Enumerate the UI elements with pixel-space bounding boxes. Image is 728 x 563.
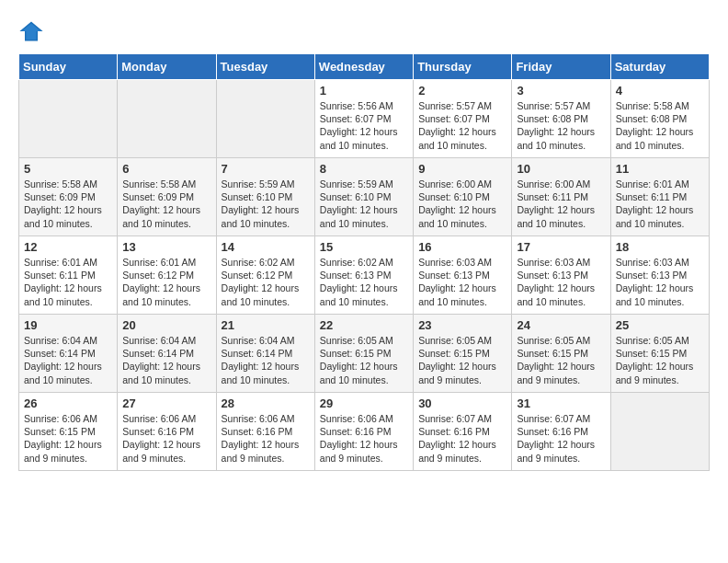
calendar-day-cell: 25Sunrise: 6:05 AM Sunset: 6:15 PM Dayli… [610,315,709,393]
day-number: 16 [418,240,506,254]
day-of-week-header: Friday [512,54,610,80]
day-info: Sunrise: 6:01 AM Sunset: 6:12 PM Dayligh… [122,256,210,308]
day-info: Sunrise: 6:03 AM Sunset: 6:13 PM Dayligh… [616,256,704,308]
day-number: 12 [24,240,112,254]
calendar-day-cell: 3Sunrise: 5:57 AM Sunset: 6:08 PM Daylig… [512,80,610,158]
calendar-week-row: 1Sunrise: 5:56 AM Sunset: 6:07 PM Daylig… [19,80,710,158]
calendar-day-cell: 18Sunrise: 6:03 AM Sunset: 6:13 PM Dayli… [610,236,709,315]
day-number: 30 [418,396,506,410]
calendar-day-cell: 22Sunrise: 6:05 AM Sunset: 6:15 PM Dayli… [314,315,413,393]
day-number: 23 [418,318,506,332]
calendar-day-cell: 17Sunrise: 6:03 AM Sunset: 6:13 PM Dayli… [512,236,610,315]
day-info: Sunrise: 6:05 AM Sunset: 6:15 PM Dayligh… [418,334,506,386]
day-of-week-header: Tuesday [216,54,314,80]
day-number: 27 [122,396,210,410]
calendar-day-cell: 16Sunrise: 6:03 AM Sunset: 6:13 PM Dayli… [414,236,512,315]
day-number: 22 [320,318,408,332]
day-number: 5 [24,162,112,176]
day-info: Sunrise: 6:06 AM Sunset: 6:16 PM Dayligh… [222,412,310,465]
page-header [18,18,710,44]
day-info: Sunrise: 5:57 AM Sunset: 6:08 PM Dayligh… [517,99,605,152]
calendar-day-cell: 1Sunrise: 5:56 AM Sunset: 6:07 PM Daylig… [314,80,413,158]
calendar-day-cell: 24Sunrise: 6:05 AM Sunset: 6:15 PM Dayli… [512,315,610,393]
calendar-day-cell: 26Sunrise: 6:06 AM Sunset: 6:15 PM Dayli… [19,393,118,471]
day-of-week-header: Sunday [19,54,118,80]
day-info: Sunrise: 6:00 AM Sunset: 6:10 PM Dayligh… [418,178,506,230]
day-number: 19 [24,318,112,332]
calendar-week-row: 19Sunrise: 6:04 AM Sunset: 6:14 PM Dayli… [19,315,710,393]
day-info: Sunrise: 5:57 AM Sunset: 6:07 PM Dayligh… [418,99,506,152]
calendar-day-cell: 19Sunrise: 6:04 AM Sunset: 6:14 PM Dayli… [19,315,118,393]
calendar-day-cell [610,393,709,471]
calendar-day-cell: 28Sunrise: 6:06 AM Sunset: 6:16 PM Dayli… [216,393,314,471]
calendar-day-cell: 5Sunrise: 5:58 AM Sunset: 6:09 PM Daylig… [19,158,118,236]
calendar-day-cell: 30Sunrise: 6:07 AM Sunset: 6:16 PM Dayli… [414,393,512,471]
calendar-week-row: 26Sunrise: 6:06 AM Sunset: 6:15 PM Dayli… [19,393,710,471]
day-number: 15 [320,240,408,254]
calendar-week-row: 5Sunrise: 5:58 AM Sunset: 6:09 PM Daylig… [19,158,710,236]
calendar-day-cell [118,80,216,158]
day-info: Sunrise: 5:59 AM Sunset: 6:10 PM Dayligh… [222,178,310,230]
calendar-day-cell: 14Sunrise: 6:02 AM Sunset: 6:12 PM Dayli… [216,236,314,315]
day-number: 21 [222,318,310,332]
day-number: 29 [320,396,408,410]
day-info: Sunrise: 6:01 AM Sunset: 6:11 PM Dayligh… [616,178,704,230]
day-number: 25 [616,318,704,332]
day-info: Sunrise: 5:58 AM Sunset: 6:09 PM Dayligh… [122,178,210,230]
day-info: Sunrise: 6:07 AM Sunset: 6:16 PM Dayligh… [517,412,605,465]
day-number: 2 [418,84,506,98]
calendar-day-cell: 10Sunrise: 6:00 AM Sunset: 6:11 PM Dayli… [512,158,610,236]
day-info: Sunrise: 6:04 AM Sunset: 6:14 PM Dayligh… [24,334,112,386]
day-of-week-header: Thursday [414,54,512,80]
day-number: 20 [122,318,210,332]
calendar-day-cell: 13Sunrise: 6:01 AM Sunset: 6:12 PM Dayli… [118,236,216,315]
calendar-day-cell: 11Sunrise: 6:01 AM Sunset: 6:11 PM Dayli… [610,158,709,236]
calendar-day-cell: 7Sunrise: 5:59 AM Sunset: 6:10 PM Daylig… [216,158,314,236]
calendar-day-cell [19,80,118,158]
day-info: Sunrise: 5:58 AM Sunset: 6:09 PM Dayligh… [24,178,112,230]
calendar-week-row: 12Sunrise: 6:01 AM Sunset: 6:11 PM Dayli… [19,236,710,315]
day-info: Sunrise: 6:01 AM Sunset: 6:11 PM Dayligh… [24,256,112,308]
day-number: 8 [320,162,408,176]
calendar-day-cell: 23Sunrise: 6:05 AM Sunset: 6:15 PM Dayli… [414,315,512,393]
day-number: 1 [320,84,408,98]
day-of-week-header: Monday [118,54,216,80]
calendar-day-cell: 8Sunrise: 5:59 AM Sunset: 6:10 PM Daylig… [314,158,413,236]
calendar-day-cell [216,80,314,158]
calendar-table: SundayMondayTuesdayWednesdayThursdayFrid… [18,53,710,471]
calendar-day-cell: 2Sunrise: 5:57 AM Sunset: 6:07 PM Daylig… [414,80,512,158]
day-of-week-header: Wednesday [314,54,413,80]
day-info: Sunrise: 5:59 AM Sunset: 6:10 PM Dayligh… [320,178,408,230]
day-number: 31 [517,396,605,410]
day-number: 14 [222,240,310,254]
day-info: Sunrise: 6:02 AM Sunset: 6:12 PM Dayligh… [222,256,310,308]
day-info: Sunrise: 6:05 AM Sunset: 6:15 PM Dayligh… [320,334,408,386]
day-number: 11 [616,162,704,176]
calendar-day-cell: 31Sunrise: 6:07 AM Sunset: 6:16 PM Dayli… [512,393,610,471]
day-number: 10 [517,162,605,176]
day-info: Sunrise: 6:04 AM Sunset: 6:14 PM Dayligh… [122,334,210,386]
day-number: 26 [24,396,112,410]
calendar-day-cell: 6Sunrise: 5:58 AM Sunset: 6:09 PM Daylig… [118,158,216,236]
day-number: 17 [517,240,605,254]
day-number: 6 [122,162,210,176]
day-number: 4 [616,84,704,98]
calendar-day-cell: 20Sunrise: 6:04 AM Sunset: 6:14 PM Dayli… [118,315,216,393]
day-of-week-header: Saturday [610,54,709,80]
calendar-day-cell: 12Sunrise: 6:01 AM Sunset: 6:11 PM Dayli… [19,236,118,315]
day-number: 28 [222,396,310,410]
day-number: 3 [517,84,605,98]
svg-marker-1 [22,24,41,40]
day-number: 9 [418,162,506,176]
calendar-day-cell: 9Sunrise: 6:00 AM Sunset: 6:10 PM Daylig… [414,158,512,236]
calendar-day-cell: 15Sunrise: 6:02 AM Sunset: 6:13 PM Dayli… [314,236,413,315]
day-info: Sunrise: 5:58 AM Sunset: 6:08 PM Dayligh… [616,99,704,152]
day-info: Sunrise: 5:56 AM Sunset: 6:07 PM Dayligh… [320,99,408,152]
day-info: Sunrise: 6:06 AM Sunset: 6:16 PM Dayligh… [320,412,408,465]
logo-icon [18,18,44,44]
calendar-day-cell: 29Sunrise: 6:06 AM Sunset: 6:16 PM Dayli… [314,393,413,471]
day-info: Sunrise: 6:04 AM Sunset: 6:14 PM Dayligh… [222,334,310,386]
day-info: Sunrise: 6:03 AM Sunset: 6:13 PM Dayligh… [517,256,605,308]
day-info: Sunrise: 6:06 AM Sunset: 6:15 PM Dayligh… [24,412,112,465]
day-info: Sunrise: 6:05 AM Sunset: 6:15 PM Dayligh… [616,334,704,386]
